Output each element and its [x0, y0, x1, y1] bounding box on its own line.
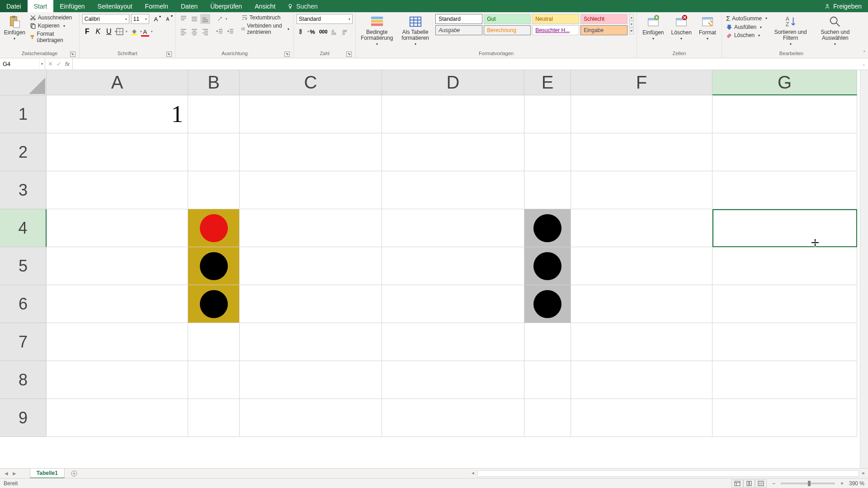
cell-D2[interactable] — [382, 133, 524, 171]
cell-D6[interactable] — [382, 285, 524, 323]
sort-filter-button[interactable]: AZSortieren und Filtern▾ — [770, 14, 811, 47]
zoom-level[interactable]: 390 % — [849, 480, 864, 487]
paste-button[interactable]: Einfügen ▾ — [3, 14, 27, 42]
align-right-button[interactable] — [200, 27, 210, 37]
borders-button[interactable]: ▾ — [115, 27, 125, 37]
cell-A7[interactable] — [47, 323, 188, 361]
zoom-out-button[interactable]: − — [772, 480, 775, 487]
select-all-corner[interactable] — [0, 70, 47, 95]
cell-D9[interactable] — [382, 399, 524, 437]
cell-F9[interactable] — [571, 399, 712, 437]
cell-E7[interactable] — [524, 323, 571, 361]
cell-E2[interactable] — [524, 133, 571, 171]
cell-F7[interactable] — [571, 323, 712, 361]
cell-G5[interactable] — [712, 247, 857, 285]
cell-A9[interactable] — [47, 399, 188, 437]
alignment-launcher[interactable]: ⬊ — [284, 52, 290, 57]
collapse-ribbon-button[interactable]: ˄ — [863, 50, 866, 56]
cell-C5[interactable] — [240, 247, 382, 285]
percent-button[interactable]: % — [307, 27, 317, 37]
gallery-up-button[interactable]: ▴ — [629, 14, 634, 21]
gallery-down-button[interactable]: ▾ — [629, 21, 634, 28]
vertical-scrollbar[interactable] — [860, 70, 868, 468]
wrap-text-button[interactable]: Textumbruch — [240, 14, 291, 21]
cell-D7[interactable] — [382, 323, 524, 361]
cell-F1[interactable] — [571, 95, 712, 133]
cell-F4[interactable] — [571, 209, 712, 247]
cell-A5[interactable] — [47, 247, 188, 285]
align-top-button[interactable] — [179, 14, 189, 24]
shrink-font-button[interactable]: A▾ — [163, 14, 173, 24]
row-header-1[interactable]: 1 — [0, 95, 47, 133]
sheet-tab-tabelle1[interactable]: Tabelle1 — [30, 468, 65, 479]
cell-G3[interactable] — [712, 171, 857, 209]
fill-color-button[interactable]: ▾ — [129, 27, 139, 37]
cell-G2[interactable] — [712, 133, 857, 171]
cell-E8[interactable] — [524, 361, 571, 399]
cell-B8[interactable] — [188, 361, 240, 399]
align-bottom-button[interactable] — [200, 14, 210, 24]
merge-center-button[interactable]: Verbinden und zentrieren▾ — [240, 22, 291, 36]
worksheet-grid[interactable]: ABCDEFG1123456789 — [0, 70, 868, 468]
row-header-7[interactable]: 7 — [0, 323, 47, 361]
cell-A1[interactable]: 1 — [47, 95, 188, 133]
cell-F5[interactable] — [571, 247, 712, 285]
orientation-button[interactable]: ▾ — [215, 14, 225, 24]
cell-style-standard[interactable]: Standard — [435, 14, 482, 24]
name-box-input[interactable] — [0, 61, 39, 67]
cell-F3[interactable] — [571, 171, 712, 209]
cell-F6[interactable] — [571, 285, 712, 323]
horizontal-scrollbar[interactable] — [477, 470, 859, 477]
column-header-D[interactable]: D — [382, 70, 524, 95]
cancel-formula-button[interactable]: ✕ — [48, 61, 53, 67]
fill-button[interactable]: Ausfüllen▾ — [725, 23, 769, 31]
cell-B9[interactable] — [188, 399, 240, 437]
cell-F2[interactable] — [571, 133, 712, 171]
row-header-3[interactable]: 3 — [0, 171, 47, 209]
format-as-table-button[interactable]: Als Tabelle formatieren▾ — [397, 14, 434, 47]
cell-G7[interactable] — [712, 323, 857, 361]
add-sheet-button[interactable] — [69, 469, 79, 479]
font-size-combo[interactable]: 11▾ — [131, 14, 149, 24]
cell-E5[interactable] — [524, 247, 571, 285]
underline-button[interactable]: U▾ — [104, 27, 114, 37]
cell-A8[interactable] — [47, 361, 188, 399]
row-header-9[interactable]: 9 — [0, 399, 47, 437]
row-header-5[interactable]: 5 — [0, 247, 47, 285]
decrease-decimal-button[interactable]: ,00,0 — [340, 27, 350, 37]
sheet-nav-next[interactable]: ► — [12, 470, 17, 477]
delete-cells-button[interactable]: Löschen▾ — [669, 14, 694, 42]
cell-style-besuchterh[interactable]: Besuchter H... — [532, 25, 579, 35]
cell-E4[interactable] — [524, 209, 571, 247]
tab-datei[interactable]: Datei — [0, 0, 28, 12]
cell-style-eingabe[interactable]: Eingabe — [580, 25, 627, 35]
cell-D3[interactable] — [382, 171, 524, 209]
cell-C2[interactable] — [240, 133, 382, 171]
align-left-button[interactable] — [179, 27, 189, 37]
tab-ueberpruefen[interactable]: Überprüfen — [204, 0, 248, 12]
cell-styles-gallery[interactable]: StandardGutNeutralSchlecht AusgabeBerech… — [435, 14, 627, 35]
format-painter-button[interactable]: Format übertragen — [28, 30, 76, 44]
column-header-G[interactable]: G — [712, 70, 857, 95]
cell-style-ausgabe[interactable]: Ausgabe — [435, 25, 482, 35]
column-header-C[interactable]: C — [240, 70, 382, 95]
cell-D8[interactable] — [382, 361, 524, 399]
view-page-break-button[interactable] — [755, 479, 767, 488]
cell-B5[interactable] — [188, 247, 240, 285]
cell-B2[interactable] — [188, 133, 240, 171]
cell-E9[interactable] — [524, 399, 571, 437]
font-launcher[interactable]: ⬊ — [166, 52, 172, 57]
cell-C7[interactable] — [240, 323, 382, 361]
tell-me-search[interactable]: Suchen — [282, 0, 323, 12]
cell-G9[interactable] — [712, 399, 857, 437]
bold-button[interactable]: F — [82, 27, 92, 37]
column-header-E[interactable]: E — [524, 70, 571, 95]
view-normal-button[interactable] — [731, 479, 743, 488]
column-header-A[interactable]: A — [47, 70, 188, 95]
conditional-formatting-button[interactable]: Bedingte Formatierung▾ — [359, 14, 395, 47]
cell-E6[interactable] — [524, 285, 571, 323]
tab-seitenlayout[interactable]: Seitenlayout — [91, 0, 139, 12]
view-page-layout-button[interactable] — [743, 479, 755, 488]
align-middle-button[interactable] — [189, 14, 199, 24]
cell-F8[interactable] — [571, 361, 712, 399]
